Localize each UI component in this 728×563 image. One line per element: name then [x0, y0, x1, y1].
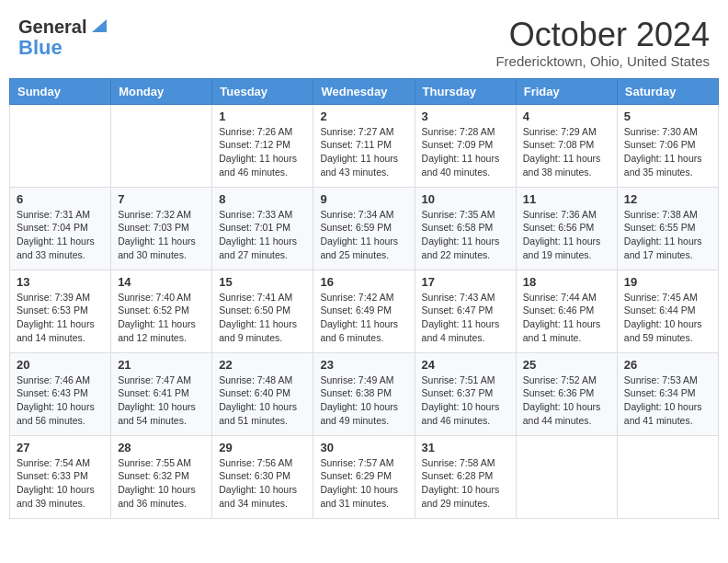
calendar-cell: 9Sunrise: 7:34 AMSunset: 6:59 PMDaylight…: [313, 187, 415, 270]
calendar-cell: 6Sunrise: 7:31 AMSunset: 7:04 PMDaylight…: [10, 187, 111, 270]
day-info: Sunrise: 7:30 AMSunset: 7:06 PMDaylight:…: [624, 125, 711, 179]
calendar-cell: 1Sunrise: 7:26 AMSunset: 7:12 PMDaylight…: [212, 104, 313, 187]
svg-marker-0: [92, 19, 107, 32]
day-number: 7: [118, 192, 205, 206]
day-number: 20: [17, 358, 104, 372]
day-info: Sunrise: 7:57 AMSunset: 6:29 PMDaylight:…: [320, 456, 407, 511]
day-number: 11: [523, 192, 610, 206]
day-info: Sunrise: 7:54 AMSunset: 6:33 PMDaylight:…: [17, 456, 104, 511]
calendar-cell: 11Sunrise: 7:36 AMSunset: 6:56 PMDayligh…: [516, 187, 617, 270]
calendar-week-4: 20Sunrise: 7:46 AMSunset: 6:43 PMDayligh…: [10, 352, 719, 435]
logo-triangle-icon: [88, 16, 107, 34]
calendar-cell: 13Sunrise: 7:39 AMSunset: 6:53 PMDayligh…: [10, 270, 111, 352]
day-info: Sunrise: 7:33 AMSunset: 7:01 PMDaylight:…: [219, 208, 306, 262]
day-info: Sunrise: 7:38 AMSunset: 6:55 PMDaylight:…: [624, 208, 711, 262]
calendar-cell: 2Sunrise: 7:27 AMSunset: 7:11 PMDaylight…: [313, 104, 415, 187]
calendar-cell: 29Sunrise: 7:56 AMSunset: 6:30 PMDayligh…: [212, 435, 313, 518]
calendar-week-2: 6Sunrise: 7:31 AMSunset: 7:04 PMDaylight…: [10, 187, 719, 270]
day-number: 29: [219, 441, 306, 454]
day-number: 3: [422, 109, 509, 123]
calendar-header-row: SundayMondayTuesdayWednesdayThursdayFrid…: [10, 78, 719, 104]
day-info: Sunrise: 7:40 AMSunset: 6:52 PMDaylight:…: [118, 291, 205, 345]
day-number: 19: [624, 275, 711, 289]
calendar-table: SundayMondayTuesdayWednesdayThursdayFrid…: [9, 78, 719, 519]
logo-text-general: General: [18, 17, 86, 37]
day-number: 17: [422, 275, 509, 289]
calendar-cell: 28Sunrise: 7:55 AMSunset: 6:32 PMDayligh…: [111, 435, 212, 518]
day-number: 28: [118, 441, 205, 454]
day-info: Sunrise: 7:55 AMSunset: 6:32 PMDaylight:…: [118, 456, 205, 511]
day-number: 9: [320, 192, 407, 206]
logo-text-blue: Blue: [18, 36, 63, 59]
day-number: 5: [624, 109, 711, 123]
day-header-monday: Monday: [111, 78, 212, 104]
calendar-week-3: 13Sunrise: 7:39 AMSunset: 6:53 PMDayligh…: [10, 270, 719, 352]
day-number: 30: [320, 441, 407, 454]
calendar-cell: 24Sunrise: 7:51 AMSunset: 6:37 PMDayligh…: [415, 352, 516, 435]
day-info: Sunrise: 7:49 AMSunset: 6:38 PMDaylight:…: [320, 373, 407, 428]
day-info: Sunrise: 7:28 AMSunset: 7:09 PMDaylight:…: [422, 125, 509, 179]
calendar-cell: 27Sunrise: 7:54 AMSunset: 6:33 PMDayligh…: [10, 435, 111, 518]
calendar-cell: 3Sunrise: 7:28 AMSunset: 7:09 PMDaylight…: [415, 104, 516, 187]
day-header-saturday: Saturday: [617, 78, 718, 104]
calendar-cell: 26Sunrise: 7:53 AMSunset: 6:34 PMDayligh…: [617, 352, 718, 435]
day-header-friday: Friday: [516, 78, 617, 104]
page-title: October 2024: [495, 17, 710, 53]
calendar-cell: 21Sunrise: 7:47 AMSunset: 6:41 PMDayligh…: [111, 352, 212, 435]
calendar-cell: [516, 435, 617, 518]
day-info: Sunrise: 7:52 AMSunset: 6:36 PMDaylight:…: [523, 373, 610, 428]
day-info: Sunrise: 7:34 AMSunset: 6:59 PMDaylight:…: [320, 208, 407, 262]
day-header-tuesday: Tuesday: [212, 78, 313, 104]
day-info: Sunrise: 7:44 AMSunset: 6:46 PMDaylight:…: [523, 291, 610, 345]
day-number: 8: [219, 192, 306, 206]
day-number: 18: [523, 275, 610, 289]
day-number: 22: [219, 358, 306, 372]
calendar-cell: [10, 104, 111, 187]
calendar-cell: 25Sunrise: 7:52 AMSunset: 6:36 PMDayligh…: [516, 352, 617, 435]
page-header: General Blue October 2024 Fredericktown,…: [9, 9, 719, 73]
calendar-cell: 19Sunrise: 7:45 AMSunset: 6:44 PMDayligh…: [617, 270, 718, 352]
day-number: 14: [118, 275, 205, 289]
day-header-thursday: Thursday: [415, 78, 516, 104]
day-number: 25: [523, 358, 610, 372]
calendar-cell: 12Sunrise: 7:38 AMSunset: 6:55 PMDayligh…: [617, 187, 718, 270]
day-header-sunday: Sunday: [10, 78, 111, 104]
day-info: Sunrise: 7:47 AMSunset: 6:41 PMDaylight:…: [118, 373, 205, 428]
day-info: Sunrise: 7:46 AMSunset: 6:43 PMDaylight:…: [17, 373, 104, 428]
day-info: Sunrise: 7:53 AMSunset: 6:34 PMDaylight:…: [624, 373, 711, 428]
day-number: 16: [320, 275, 407, 289]
title-block: October 2024 Fredericktown, Ohio, United…: [495, 17, 710, 69]
day-header-wednesday: Wednesday: [313, 78, 415, 104]
day-number: 4: [523, 109, 610, 123]
day-number: 10: [422, 192, 509, 206]
calendar-week-1: 1Sunrise: 7:26 AMSunset: 7:12 PMDaylight…: [10, 104, 719, 187]
calendar-cell: 30Sunrise: 7:57 AMSunset: 6:29 PMDayligh…: [313, 435, 415, 518]
calendar-cell: 10Sunrise: 7:35 AMSunset: 6:58 PMDayligh…: [415, 187, 516, 270]
day-number: 13: [17, 275, 104, 289]
calendar-cell: 15Sunrise: 7:41 AMSunset: 6:50 PMDayligh…: [212, 270, 313, 352]
day-info: Sunrise: 7:58 AMSunset: 6:28 PMDaylight:…: [422, 456, 509, 511]
day-number: 2: [320, 109, 407, 123]
day-info: Sunrise: 7:56 AMSunset: 6:30 PMDaylight:…: [219, 456, 306, 511]
day-info: Sunrise: 7:48 AMSunset: 6:40 PMDaylight:…: [219, 373, 306, 428]
day-number: 31: [422, 441, 509, 454]
day-number: 12: [624, 192, 711, 206]
day-info: Sunrise: 7:29 AMSunset: 7:08 PMDaylight:…: [523, 125, 610, 179]
day-number: 23: [320, 358, 407, 372]
calendar-cell: 8Sunrise: 7:33 AMSunset: 7:01 PMDaylight…: [212, 187, 313, 270]
day-info: Sunrise: 7:51 AMSunset: 6:37 PMDaylight:…: [422, 373, 509, 428]
calendar-cell: 14Sunrise: 7:40 AMSunset: 6:52 PMDayligh…: [111, 270, 212, 352]
calendar-cell: 31Sunrise: 7:58 AMSunset: 6:28 PMDayligh…: [415, 435, 516, 518]
day-info: Sunrise: 7:45 AMSunset: 6:44 PMDaylight:…: [624, 291, 711, 345]
day-info: Sunrise: 7:36 AMSunset: 6:56 PMDaylight:…: [523, 208, 610, 262]
calendar-cell: 16Sunrise: 7:42 AMSunset: 6:49 PMDayligh…: [313, 270, 415, 352]
day-number: 24: [422, 358, 509, 372]
day-info: Sunrise: 7:41 AMSunset: 6:50 PMDaylight:…: [219, 291, 306, 345]
calendar-week-5: 27Sunrise: 7:54 AMSunset: 6:33 PMDayligh…: [10, 435, 719, 518]
day-number: 15: [219, 275, 306, 289]
day-number: 26: [624, 358, 711, 372]
day-info: Sunrise: 7:39 AMSunset: 6:53 PMDaylight:…: [17, 291, 104, 345]
calendar-cell: [617, 435, 718, 518]
day-info: Sunrise: 7:26 AMSunset: 7:12 PMDaylight:…: [219, 125, 306, 179]
calendar-cell: 7Sunrise: 7:32 AMSunset: 7:03 PMDaylight…: [111, 187, 212, 270]
